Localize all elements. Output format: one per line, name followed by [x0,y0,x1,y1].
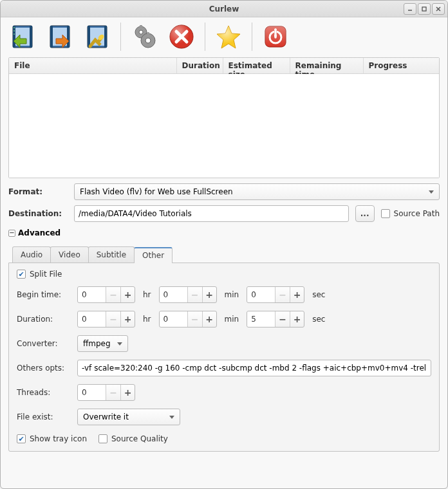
advanced-label: Advanced [18,228,61,237]
col-file[interactable]: File [9,58,177,73]
svg-point-21 [139,30,143,34]
svg-rect-25 [147,32,149,35]
tab-audio[interactable]: Audio [12,246,51,263]
favorites-button[interactable] [214,23,243,51]
unit-sec: sec [310,290,328,299]
spin-up[interactable]: + [202,311,216,327]
stop-button[interactable] [167,23,196,51]
svg-rect-6 [13,26,15,48]
threads-label: Threads: [17,388,72,397]
checkbox-box [381,209,390,218]
threads-spin[interactable]: 0−+ [77,384,135,401]
split-file-checkbox[interactable]: Split File [17,270,431,279]
tab-subtitle[interactable]: Subtitle [88,246,135,263]
destination-label: Destination: [8,209,68,218]
begin-sec-spin[interactable]: 0−+ [247,286,304,303]
main-content: File Duration Estimated size Remaining t… [1,57,447,488]
destination-input[interactable] [79,209,344,218]
converter-select[interactable]: ffmpeg [77,335,128,352]
svg-rect-18 [104,26,107,48]
checkbox-box [98,434,107,443]
converter-row: Converter: ffmpeg [17,335,431,352]
unit-hr: hr [140,290,154,299]
other-tab-panel: Split File Begin time: 0−+ hr 0−+ min 0−… [8,263,440,452]
begin-min-spin[interactable]: 0−+ [159,286,217,303]
toolbar-separator [252,23,252,51]
svg-rect-8 [14,27,15,28]
tab-other[interactable]: Other [134,247,173,263]
clear-list-button[interactable] [83,23,111,51]
bottom-checks-row: Show tray icon Source Quality [17,433,431,443]
spin-up[interactable]: + [290,311,304,327]
show-tray-checkbox[interactable]: Show tray icon [17,434,87,443]
convert-button[interactable] [130,23,158,51]
expander-icon: − [8,230,15,237]
spin-up[interactable]: + [290,287,304,302]
source-path-checkbox[interactable]: Source Path [381,209,440,218]
file-exist-label: File exist: [17,412,72,421]
table-header: File Duration Estimated size Remaining t… [9,58,439,74]
close-button[interactable] [432,3,445,15]
svg-rect-24 [140,25,142,28]
file-exist-row: File exist: Overwrite it [17,409,431,425]
spin-up[interactable]: + [120,287,135,302]
col-remaining[interactable]: Remaining time [290,58,364,73]
others-opts-input[interactable] [82,364,427,373]
app-window: Curlew [0,0,448,489]
spin-down[interactable]: − [275,311,290,327]
window-title: Curlew [1,5,447,14]
advanced-section: Audio Video Subtitle Other Split File Be… [8,244,440,452]
begin-time-label: Begin time: [17,290,72,299]
svg-rect-1 [422,7,426,11]
source-quality-checkbox[interactable]: Source Quality [98,434,168,443]
table-body[interactable] [9,74,439,178]
begin-time-row: Begin time: 0−+ hr 0−+ min 0−+ sec [17,286,431,303]
browse-button[interactable]: ... [355,205,375,222]
toolbar-separator [205,23,205,51]
spin-down[interactable]: − [188,311,202,327]
spin-down[interactable]: − [275,287,290,302]
duration-label: Duration: [17,315,72,324]
svg-rect-7 [30,26,32,48]
show-tray-label: Show tray icon [30,434,87,443]
col-duration[interactable]: Duration [177,58,223,73]
spin-down[interactable]: − [106,385,120,400]
minimize-button[interactable] [404,3,416,15]
begin-hr-spin[interactable]: 0−+ [77,286,135,303]
split-file-label: Split File [30,270,62,279]
unit-min: min [222,315,242,324]
dur-min-spin[interactable]: 0−+ [159,311,217,328]
advanced-expander[interactable]: − Advanced [8,227,440,239]
chevron-down-icon [117,342,122,346]
destination-input-wrap [74,205,349,222]
chevron-down-icon [169,416,174,419]
svg-rect-10 [14,33,15,35]
maximize-button[interactable] [418,3,431,15]
remove-file-button[interactable] [46,23,74,51]
unit-sec: sec [310,315,328,324]
spin-down[interactable]: − [106,311,120,327]
others-opts-label: Others opts: [17,364,72,373]
tabs: Audio Video Subtitle Other [12,246,440,263]
svg-rect-13 [50,26,53,48]
file-exist-select[interactable]: Overwrite it [77,409,180,425]
unit-min: min [222,290,242,299]
file-table[interactable]: File Duration Estimated size Remaining t… [8,57,440,178]
col-progress[interactable]: Progress [364,58,439,73]
spin-up[interactable]: + [202,287,216,302]
add-file-button[interactable] [8,23,37,51]
quit-button[interactable] [261,23,290,51]
spin-down[interactable]: − [188,287,202,302]
destination-row: Destination: ... Source Path [8,205,440,222]
threads-row: Threads: 0−+ [17,384,431,401]
source-quality-label: Source Quality [111,434,168,443]
dur-sec-spin[interactable]: 5−+ [247,311,304,328]
spin-up[interactable]: + [120,311,135,327]
checkbox-box [17,434,26,443]
spin-down[interactable]: − [106,287,120,302]
tab-video[interactable]: Video [50,246,89,263]
col-estimated[interactable]: Estimated size [223,58,290,73]
dur-hr-spin[interactable]: 0−+ [77,311,135,328]
spin-up[interactable]: + [120,385,135,400]
format-combo[interactable]: Flash Video (flv) for Web use FullScreen [74,183,440,200]
